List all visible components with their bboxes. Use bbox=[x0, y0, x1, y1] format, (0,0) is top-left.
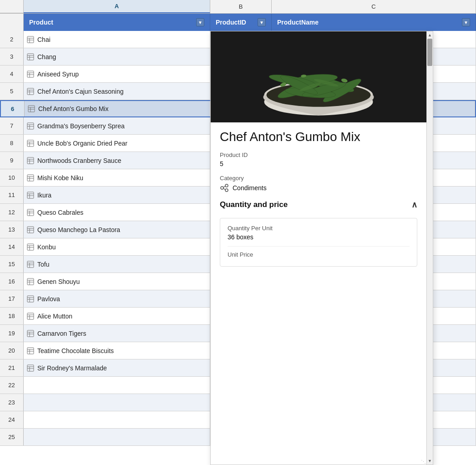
row-number: 16 bbox=[0, 273, 24, 290]
product-table-icon bbox=[26, 226, 35, 234]
detail-panel: Chef Anton's Gumbo Mix Product ID 5 Cate… bbox=[210, 31, 433, 465]
filter-productname-btn[interactable]: ▼ bbox=[462, 18, 470, 26]
header-row-num bbox=[0, 14, 24, 31]
row-number: 20 bbox=[0, 342, 24, 359]
product-table-icon bbox=[27, 105, 35, 113]
header-productname[interactable]: ProductName ▼ bbox=[272, 14, 476, 31]
svg-rect-68 bbox=[27, 330, 34, 337]
product-table-icon bbox=[26, 312, 35, 320]
product-table-icon bbox=[26, 157, 35, 165]
cell-product[interactable]: Alice Mutton bbox=[24, 308, 210, 324]
cell-product[interactable]: Grandma's Boysenberry Sprea bbox=[24, 117, 210, 134]
column-letter-headers: A B C bbox=[0, 0, 476, 14]
svg-rect-28 bbox=[27, 157, 34, 164]
cell-product[interactable]: Chai bbox=[24, 31, 210, 48]
cell-product[interactable]: Teatime Chocolate Biscuits bbox=[24, 342, 210, 359]
filter-productid-btn[interactable]: ▼ bbox=[258, 18, 266, 26]
qty-per-unit-value: 36 boxes bbox=[228, 233, 410, 241]
detail-productid-label: Product ID bbox=[220, 152, 417, 158]
cell-product[interactable]: Carnarvon Tigers bbox=[24, 325, 210, 342]
row-number: 8 bbox=[0, 135, 24, 152]
product-name-text: Carnarvon Tigers bbox=[37, 330, 86, 337]
cell-product[interactable] bbox=[24, 429, 210, 445]
svg-point-98 bbox=[225, 184, 228, 187]
scrollbar-down-arrow[interactable]: ▼ bbox=[427, 457, 433, 465]
product-name-text: Queso Manchego La Pastora bbox=[37, 226, 120, 233]
svg-rect-72 bbox=[27, 348, 34, 354]
row-number: 25 bbox=[0, 429, 24, 445]
cell-product[interactable]: Ikura bbox=[24, 187, 210, 203]
product-name-text: Sir Rodney's Marmalade bbox=[37, 364, 107, 372]
svg-rect-40 bbox=[27, 209, 34, 216]
svg-rect-52 bbox=[27, 261, 34, 268]
row-number: 11 bbox=[0, 187, 24, 203]
cell-product[interactable]: Northwoods Cranberry Sauce bbox=[24, 152, 210, 169]
row-num-header-corner bbox=[0, 0, 24, 13]
cell-product[interactable]: Sir Rodney's Marmalade bbox=[24, 359, 210, 376]
detail-section-quantity: Quantity and price ∧ bbox=[220, 200, 417, 212]
filter-product-btn[interactable]: ▼ bbox=[196, 18, 204, 26]
cell-product[interactable]: Chef Anton's Cajun Seasoning bbox=[24, 83, 210, 100]
header-productid[interactable]: ProductID ▼ bbox=[210, 14, 272, 31]
product-table-icon bbox=[26, 364, 35, 372]
quantity-price-card: Quantity Per Unit 36 boxes Unit Price bbox=[220, 218, 417, 267]
cell-product[interactable]: Uncle Bob's Organic Dried Pear bbox=[24, 135, 210, 152]
section-toggle-btn[interactable]: ∧ bbox=[411, 200, 417, 210]
cell-product[interactable] bbox=[24, 394, 210, 411]
qty-per-unit-label: Quantity Per Unit bbox=[228, 225, 410, 232]
cell-product[interactable]: Queso Cabrales bbox=[24, 204, 210, 221]
product-name-text: Queso Cabrales bbox=[37, 209, 83, 216]
row-number: 7 bbox=[0, 117, 24, 134]
cell-product[interactable]: Tofu bbox=[24, 256, 210, 273]
product-table-icon bbox=[26, 174, 35, 182]
svg-rect-76 bbox=[27, 365, 34, 371]
detail-category-label: Category bbox=[220, 175, 417, 182]
product-name-text: Mishi Kobe Niku bbox=[37, 174, 83, 182]
row-number: 23 bbox=[0, 394, 24, 411]
row-number: 21 bbox=[0, 359, 24, 376]
cell-product[interactable]: Pavlova bbox=[24, 290, 210, 307]
cell-product[interactable]: Chang bbox=[24, 48, 210, 65]
table-column-headers: Product ▼ ProductID ▼ ProductName ▼ bbox=[0, 14, 476, 31]
product-name-text: Konbu bbox=[37, 243, 56, 251]
detail-content: Chef Anton's Gumbo Mix Product ID 5 Cate… bbox=[211, 31, 426, 465]
svg-rect-64 bbox=[27, 313, 34, 319]
cell-product[interactable]: Queso Manchego La Pastora bbox=[24, 221, 210, 238]
cell-product[interactable]: Mishi Kobe Niku bbox=[24, 169, 210, 186]
product-name-text: Chef Anton's Cajun Seasoning bbox=[37, 88, 123, 95]
cell-product[interactable]: Konbu bbox=[24, 238, 210, 255]
product-name-text: Chang bbox=[37, 53, 56, 61]
product-name-text: Tofu bbox=[37, 261, 49, 268]
col-letter-c[interactable]: C bbox=[272, 0, 476, 13]
header-product[interactable]: Product ▼ bbox=[24, 14, 210, 31]
product-table-icon bbox=[26, 329, 35, 338]
product-table-icon bbox=[26, 243, 35, 251]
product-name-text: Aniseed Syrup bbox=[37, 71, 79, 78]
svg-rect-20 bbox=[27, 123, 34, 129]
scrollbar-up-arrow[interactable]: ▲ bbox=[427, 31, 433, 39]
product-table-icon bbox=[26, 139, 35, 147]
product-name-text: Chai bbox=[37, 36, 51, 43]
resize-handle[interactable]: ⋱ bbox=[421, 459, 425, 464]
col-letter-a[interactable]: A bbox=[24, 0, 210, 13]
svg-line-100 bbox=[223, 186, 225, 187]
svg-rect-48 bbox=[27, 244, 34, 250]
cell-product[interactable]: Aniseed Syrup bbox=[24, 66, 210, 82]
cell-product[interactable] bbox=[24, 377, 210, 394]
cell-product[interactable] bbox=[24, 411, 210, 428]
cell-product[interactable]: Chef Anton's Gumbo Mix bbox=[25, 101, 210, 116]
col-letter-b[interactable]: B bbox=[210, 0, 272, 13]
row-number: 3 bbox=[0, 48, 24, 65]
detail-category-value: Condiments bbox=[233, 184, 267, 192]
svg-rect-60 bbox=[27, 296, 34, 302]
svg-rect-8 bbox=[27, 71, 34, 77]
svg-rect-0 bbox=[27, 36, 34, 43]
detail-section-label: Quantity and price bbox=[220, 200, 288, 209]
product-table-icon bbox=[26, 191, 35, 199]
row-number: 6 bbox=[1, 101, 25, 116]
scrollbar-thumb[interactable] bbox=[427, 39, 432, 66]
cell-product[interactable]: Genen Shouyu bbox=[24, 273, 210, 290]
svg-line-101 bbox=[223, 188, 225, 190]
row-number: 14 bbox=[0, 238, 24, 255]
detail-scrollbar[interactable]: ▲ ▼ bbox=[426, 31, 433, 465]
